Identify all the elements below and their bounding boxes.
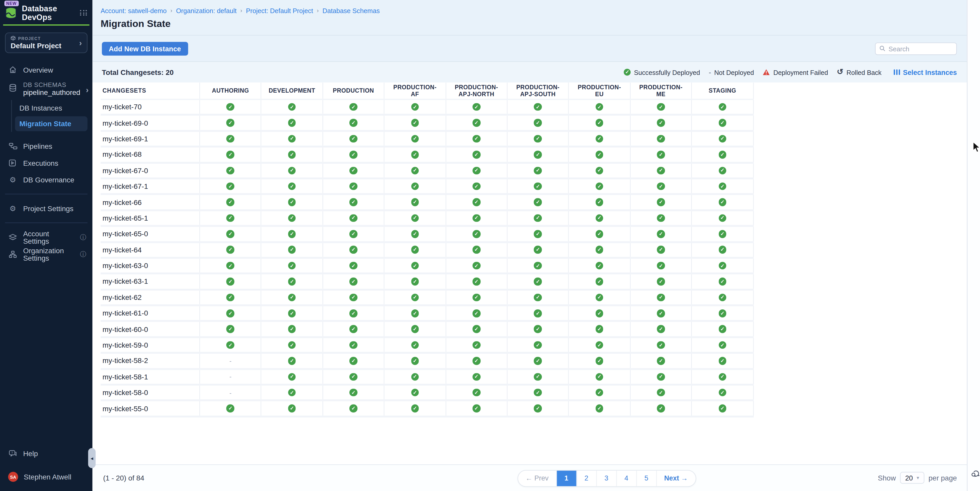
sidebar-item-help[interactable]: ? Help xyxy=(0,445,92,462)
sidebar-item-db-instances[interactable]: DB Instances xyxy=(15,100,88,116)
deployed-check-icon: ✓ xyxy=(411,309,419,317)
deployed-check-icon: ✓ xyxy=(719,214,726,222)
migration-table-zone: CHANGESETSAUTHORINGDEVELOPMENTPRODUCTION… xyxy=(92,83,967,464)
deployed-check-icon: ✓ xyxy=(288,103,296,111)
governance-gear-icon: ⚙ xyxy=(8,176,18,183)
status-cell: ✓ xyxy=(323,322,385,336)
deployed-check-icon: ✓ xyxy=(226,214,234,222)
add-new-db-instance-button[interactable]: Add New DB Instance xyxy=(102,41,188,56)
column-header-staging: STAGING xyxy=(692,83,754,99)
status-cell: ✓ xyxy=(261,370,323,384)
page-button-5[interactable]: 5 xyxy=(637,470,657,486)
db-schemas-label: DB SCHEMAS xyxy=(23,81,80,88)
breadcrumb: Account: satwell-demo›Organization: defa… xyxy=(100,7,967,14)
status-cell: ✓ xyxy=(323,259,385,273)
table-row-my-ticket-58-1: my-ticket-58-1-✓✓✓✓✓✓✓✓ xyxy=(100,370,754,386)
deployed-check-icon: ✓ xyxy=(288,309,296,317)
page-size-select[interactable]: 20 ▾ xyxy=(900,472,924,484)
deployed-check-icon: ✓ xyxy=(226,278,234,285)
per-page-label: per page xyxy=(928,474,957,481)
status-cell: ✓ xyxy=(569,322,631,336)
deployed-check-icon: ✓ xyxy=(473,373,480,380)
deployed-check-icon: ✓ xyxy=(657,389,665,396)
sidebar-item-account-settings[interactable]: Account Settings ⓘ xyxy=(0,229,92,246)
page-size-value: 20 xyxy=(905,474,913,481)
deployed-check-icon: ✓ xyxy=(719,151,726,158)
deployed-check-icon: ✓ xyxy=(595,198,603,206)
page-button-1[interactable]: 1 xyxy=(557,470,577,486)
sidebar-collapse-handle[interactable]: ◄ xyxy=(88,448,96,468)
prev-page-button[interactable]: ← Prev xyxy=(518,470,557,486)
chevron-down-icon: ▾ xyxy=(916,475,919,481)
sidebar-item-overview[interactable]: Overview xyxy=(0,61,92,78)
status-cell: ✓ xyxy=(200,338,262,352)
status-cell: ✓ xyxy=(200,322,262,336)
deployed-check-icon: ✓ xyxy=(349,214,357,222)
sidebar-item-label: DB Instances xyxy=(19,105,62,112)
next-page-button[interactable]: Next → xyxy=(657,470,695,486)
deployed-check-icon: ✓ xyxy=(411,103,419,111)
status-cell: ✓ xyxy=(261,164,323,178)
status-cell: ✓ xyxy=(508,354,569,368)
table-meta-row: Total Changesets: 20 ✓Successfully Deplo… xyxy=(92,62,967,83)
status-cell: ✓ xyxy=(261,227,323,241)
sidebar-item-project-settings[interactable]: ⚙ Project Settings xyxy=(0,200,92,217)
feedback-chat-icon[interactable] xyxy=(970,469,980,480)
status-cell: ✓ xyxy=(692,100,754,114)
status-cell: ✓ xyxy=(508,179,569,194)
deployed-check-icon: ✓ xyxy=(226,294,234,301)
deployed-check-icon: ✓ xyxy=(719,373,726,380)
deployed-check-icon: ✓ xyxy=(595,278,603,285)
select-instances-button[interactable]: Select Instances xyxy=(894,68,957,76)
deployed-check-icon: ✓ xyxy=(411,373,419,380)
page-button-2[interactable]: 2 xyxy=(577,470,597,486)
breadcrumb-link-database-schemas[interactable]: Database Schemas xyxy=(323,7,380,14)
project-selector[interactable]: PROJECT Default Project › xyxy=(5,33,88,53)
sidebar-item-pipelines[interactable]: Pipelines xyxy=(0,138,92,154)
page-button-4[interactable]: 4 xyxy=(617,470,637,486)
deployed-check-icon: ✓ xyxy=(349,309,357,317)
sidebar-group-db-schemas[interactable]: DB SCHEMAS pipeline_authored › xyxy=(0,80,92,96)
deployed-check-icon: ✓ xyxy=(719,135,726,143)
changeset-name: my-ticket-64 xyxy=(100,243,200,257)
deployed-check-icon: ✓ xyxy=(411,167,419,174)
user-menu[interactable]: SA Stephen Atwell xyxy=(0,469,92,485)
column-header-production-eu: PRODUCTION-EU xyxy=(569,83,631,99)
deployed-check-icon: ✓ xyxy=(349,198,357,206)
sidebar-item-executions[interactable]: Executions xyxy=(0,154,92,172)
search-box[interactable] xyxy=(875,42,957,55)
sidebar-item-organization-settings[interactable]: Organization Settings ⓘ xyxy=(0,246,92,262)
breadcrumb-link-organization-default[interactable]: Organization: default xyxy=(176,7,237,14)
page-button-3[interactable]: 3 xyxy=(597,470,617,486)
deployed-check-icon: ✓ xyxy=(473,341,480,349)
info-icon[interactable]: ⓘ xyxy=(80,249,86,258)
deployed-check-icon: ✓ xyxy=(534,357,542,365)
status-cell: ✓ xyxy=(261,132,323,146)
deployed-check-icon: ✓ xyxy=(595,389,603,396)
deployed-check-icon: ✓ xyxy=(657,309,665,317)
table-row-my-ticket-70: my-ticket-70✓✓✓✓✓✓✓✓✓ xyxy=(100,100,754,116)
deployed-check-icon: ✓ xyxy=(657,278,665,285)
deployed-check-icon: ✓ xyxy=(624,68,631,76)
deployed-check-icon: ✓ xyxy=(226,309,234,317)
changeset-name: my-ticket-55-0 xyxy=(100,402,200,416)
deployed-check-icon: ✓ xyxy=(226,262,234,269)
app-switcher-icon[interactable] xyxy=(80,10,88,16)
deployed-check-icon: ✓ xyxy=(534,405,542,412)
status-cell: ✓ xyxy=(385,100,446,114)
deployed-check-icon: ✓ xyxy=(719,262,726,269)
breadcrumb-link-project-default-project[interactable]: Project: Default Project xyxy=(246,7,313,14)
deployed-check-icon: ✓ xyxy=(349,262,357,269)
status-cell: ✓ xyxy=(569,116,631,130)
deployed-check-icon: ✓ xyxy=(534,198,542,206)
status-cell: ✓ xyxy=(631,338,692,352)
status-cell: ✓ xyxy=(385,386,446,400)
sidebar-item-migration-state[interactable]: Migration State xyxy=(15,116,88,131)
deployed-check-icon: ✓ xyxy=(595,405,603,412)
search-input[interactable] xyxy=(888,44,952,52)
deployed-check-icon: ✓ xyxy=(657,198,665,206)
info-icon[interactable]: ⓘ xyxy=(80,233,86,242)
sidebar-item-db-governance[interactable]: ⚙ DB Governance xyxy=(0,172,92,188)
breadcrumb-link-account-satwell-demo[interactable]: Account: satwell-demo xyxy=(100,7,167,14)
status-cell: ✓ xyxy=(569,179,631,194)
